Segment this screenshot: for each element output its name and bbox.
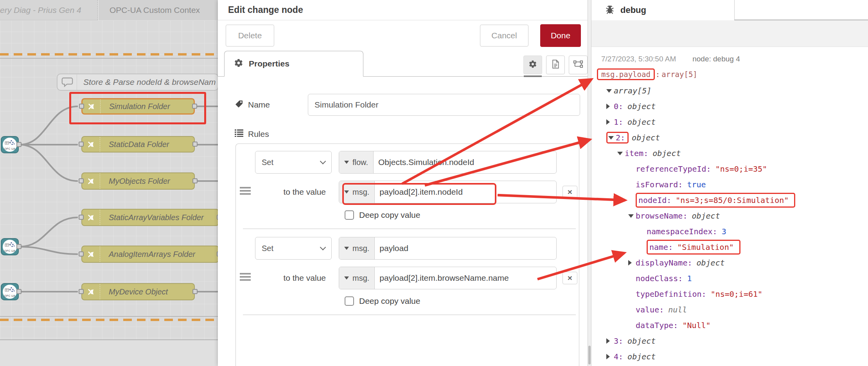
debug-value: array[5] bbox=[614, 86, 651, 95]
triangle-open-icon bbox=[617, 152, 625, 155]
flow-node-change[interactable]: MyDevice Object bbox=[81, 283, 195, 300]
debug-tree-row[interactable]: 2:object bbox=[606, 130, 868, 145]
flow-node-opcua-browser[interactable]: OPC UA bbox=[1, 283, 19, 300]
node-input-port[interactable] bbox=[79, 142, 84, 147]
rule-1-value-row: to the value msg. payload[2].item.nodeId… bbox=[240, 181, 579, 203]
node-output-port[interactable] bbox=[192, 142, 198, 147]
node-input-port[interactable] bbox=[79, 289, 84, 294]
node-output-port[interactable] bbox=[192, 178, 198, 183]
debug-payload-header[interactable]: msg.payload : array[5] bbox=[591, 66, 868, 83]
rule-2-value-input[interactable]: msg. payload[2].item.browseName.name bbox=[339, 267, 557, 289]
triangle-closed-icon bbox=[606, 104, 614, 109]
rules-container: Set flow. Objects.Simulation.nodeId t bbox=[235, 144, 579, 366]
triangle-open-icon bbox=[628, 214, 636, 218]
change-node-icon bbox=[82, 210, 100, 225]
change-node-icon bbox=[82, 284, 100, 300]
rule-1: Set flow. Objects.Simulation.nodeId t bbox=[240, 151, 579, 220]
flow-node-label: MyDevice Object bbox=[100, 287, 168, 296]
rule-1-target-type[interactable]: flow. bbox=[339, 151, 374, 173]
annotation-box-selected-node bbox=[69, 92, 206, 124]
flow-node-label: AnalogItemArrays Folder bbox=[100, 250, 195, 259]
drag-handle-icon[interactable] bbox=[240, 187, 251, 195]
node-output-port[interactable] bbox=[192, 289, 198, 294]
flow-node-change[interactable]: MyObjects Folder bbox=[81, 172, 195, 190]
canvas-scrollbar[interactable] bbox=[588, 0, 591, 366]
debug-tree-row[interactable]: 4:object bbox=[606, 349, 868, 364]
debug-tree-row: namespaceIndex:3 bbox=[639, 224, 868, 239]
comment-node[interactable]: Store & Parse nodeId & browseNam bbox=[57, 74, 219, 91]
flow-node-change[interactable]: StaticData Folder bbox=[81, 136, 195, 152]
node-input-port[interactable] bbox=[79, 251, 84, 257]
flow-tab-battery-diag[interactable]: ery Diag - Prius Gen 4 bbox=[0, 0, 98, 20]
debug-key: 4: bbox=[614, 352, 623, 361]
flow-tab-opcua-custom[interactable]: OPC-UA Custom Contex bbox=[98, 0, 219, 20]
flow-node-opcua-browser[interactable]: OPC UA bbox=[1, 238, 19, 255]
deep-copy-checkbox[interactable] bbox=[345, 296, 354, 306]
debug-value: "Simulation" bbox=[677, 242, 734, 252]
debug-tree-row[interactable]: item:object bbox=[617, 145, 868, 161]
rule-2-value-type[interactable]: msg. bbox=[339, 267, 375, 289]
document-icon bbox=[551, 59, 560, 70]
change-node-icon bbox=[82, 173, 100, 189]
appearance-button[interactable] bbox=[569, 56, 588, 74]
dialog-header: Edit change node bbox=[218, 0, 588, 20]
debug-tree-row: value:null bbox=[628, 302, 868, 318]
rule-2-target-type[interactable]: msg. bbox=[339, 237, 375, 259]
rule-2-action-select[interactable]: Set bbox=[255, 237, 332, 260]
rule-1-value-type[interactable]: msg. bbox=[339, 181, 375, 203]
node-output-port[interactable] bbox=[16, 289, 22, 294]
canvas-scrollbar-thumb[interactable] bbox=[588, 346, 591, 364]
delete-rule-button[interactable]: × bbox=[562, 186, 577, 198]
debug-key: isForward: bbox=[636, 180, 683, 189]
triangle-open-icon bbox=[606, 89, 614, 93]
flow-node-change[interactable]: AnalogItemArrays Folder bbox=[81, 246, 219, 263]
debug-tree-row[interactable]: 0:object bbox=[606, 99, 868, 114]
cancel-button[interactable]: Cancel bbox=[480, 25, 528, 47]
debug-key: namespaceIndex: bbox=[647, 227, 717, 236]
deep-copy-checkbox[interactable] bbox=[345, 210, 354, 220]
dialog-form: Name Rules Set bbox=[218, 77, 588, 366]
rule-1-action-select[interactable]: Set bbox=[255, 151, 332, 174]
node-input-port[interactable] bbox=[79, 178, 84, 183]
done-button[interactable]: Done bbox=[540, 24, 581, 47]
name-row: Name bbox=[235, 94, 580, 116]
rule-1-target-input[interactable]: flow. Objects.Simulation.nodeId bbox=[339, 151, 557, 174]
dialog-title: Edit change node bbox=[228, 5, 303, 15]
debug-key: displayName: bbox=[636, 258, 692, 267]
flow-node-label: MyObjects Folder bbox=[100, 177, 170, 186]
debug-tree-row: referenceTypeId:"ns=0;i=35" bbox=[628, 161, 868, 177]
debug-key: 3: bbox=[614, 336, 623, 346]
dialog-tab-row: Properties bbox=[218, 51, 588, 77]
debug-key: dataType: bbox=[636, 321, 678, 330]
description-button[interactable] bbox=[546, 56, 565, 74]
delete-button[interactable]: Delete bbox=[226, 25, 274, 47]
name-input[interactable] bbox=[308, 94, 580, 116]
annotation-box-key: 2: bbox=[606, 132, 629, 144]
rule-2: Set msg. payload to the value bbox=[240, 237, 579, 306]
rule-2-target-input[interactable]: msg. payload bbox=[339, 237, 557, 260]
debug-tree-row[interactable]: array[5] bbox=[606, 83, 868, 99]
rule-1-value-input[interactable]: msg. payload[2].item.nodeId bbox=[339, 181, 557, 203]
debug-tree-row: name:"Simulation" bbox=[639, 239, 868, 255]
flow-node-label: StaticArrayVariables Folder bbox=[100, 213, 204, 222]
gear-icon bbox=[528, 60, 537, 70]
flow-node-change[interactable]: StaticArrayVariables Folder bbox=[81, 209, 219, 226]
debug-key: value: bbox=[636, 305, 664, 314]
node-output-port[interactable] bbox=[16, 142, 22, 147]
node-output-port[interactable] bbox=[16, 244, 22, 249]
drag-handle-icon[interactable] bbox=[240, 273, 251, 281]
debug-key: browseName: bbox=[636, 211, 687, 221]
tab-properties[interactable]: Properties bbox=[224, 51, 363, 77]
properties-view-button[interactable] bbox=[523, 56, 542, 74]
debug-tree-row[interactable]: 3:object bbox=[606, 333, 868, 349]
tab-debug[interactable]: debug bbox=[591, 0, 734, 20]
debug-tree-row[interactable]: displayName:object bbox=[628, 255, 868, 271]
delete-rule-button[interactable]: × bbox=[562, 272, 577, 284]
debug-tree-row[interactable]: 1:object bbox=[606, 114, 868, 130]
debug-value: object bbox=[627, 102, 656, 111]
node-input-port[interactable] bbox=[79, 215, 84, 220]
opcua-node-icon: OPC UA bbox=[3, 138, 17, 152]
caret-down-icon bbox=[344, 276, 349, 280]
flow-node-opcua-browser[interactable]: OPC UA bbox=[1, 136, 19, 153]
debug-tree-row[interactable]: browseName:object bbox=[628, 208, 868, 224]
